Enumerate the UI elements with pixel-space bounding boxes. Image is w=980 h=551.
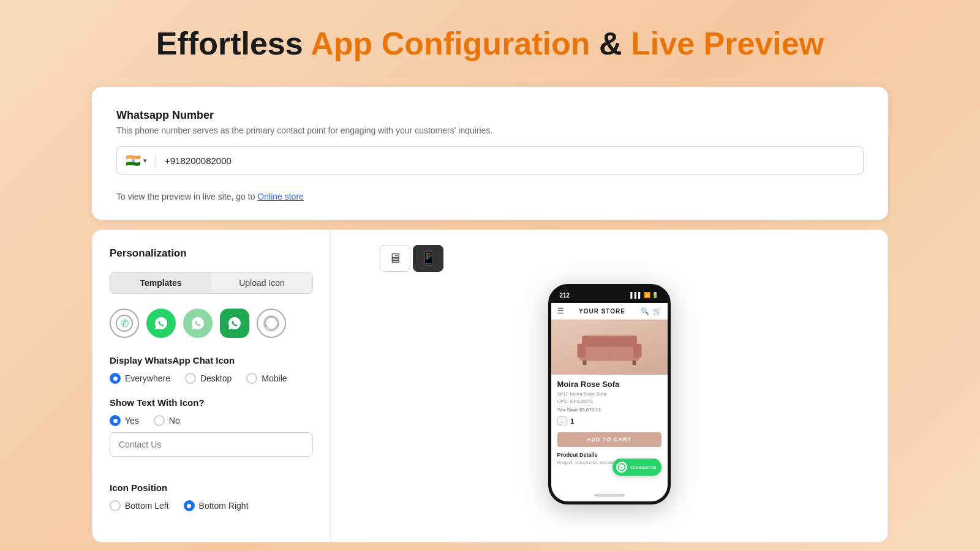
wa-icon-variant-2[interactable] (146, 309, 176, 338)
sofa-svg (573, 326, 646, 369)
cart-icon: 🛒 (653, 307, 662, 315)
chevron-down-icon: ▾ (143, 157, 147, 165)
wa-icon-variant-5[interactable] (257, 309, 286, 338)
display-chat-icon-group: Display WhatsApp Chat Icon Everywhere De… (110, 355, 313, 384)
whatsapp-card: Whatsapp Number This phone number serves… (92, 87, 888, 220)
wa-icon-variant-3[interactable] (183, 309, 213, 338)
personalization-heading: Personalization (110, 247, 313, 260)
phone-status-bar: 212 ▌▌▌ 📶 🔋 (551, 287, 668, 303)
product-sku: SKU: Moira Rose Sofa (557, 391, 662, 398)
phone-screen: ☰ YOUR STORE 🔍 🛒 (551, 303, 668, 489)
notch-icons: ▌▌▌ 📶 🔋 (630, 292, 658, 298)
svg-rect-11 (632, 361, 636, 365)
qty-minus-btn[interactable]: - (557, 416, 567, 426)
preview-panel: 🖥 📱 212 ▌▌▌ 📶 🔋 ☰ YOUR STORE 🔍 (331, 230, 888, 542)
phone-mockup: 212 ▌▌▌ 📶 🔋 ☰ YOUR STORE 🔍 🛒 (548, 284, 671, 504)
phone-input-container: 🇮🇳 ▾ +918200082000 (116, 146, 864, 174)
icon-variants-row: ✆ (110, 309, 313, 338)
wa-icon-variant-1[interactable]: ✆ (110, 309, 139, 338)
store-header: ☰ YOUR STORE 🔍 🛒 (551, 303, 668, 320)
svg-rect-8 (577, 344, 586, 358)
desktop-device-btn[interactable]: 🖥 (380, 245, 410, 272)
whatsapp-section-title: Whatsapp Number (116, 109, 864, 122)
menu-icon: ☰ (557, 307, 564, 315)
radio-everywhere-label: Everywhere (125, 373, 170, 383)
radio-bottom-right-label: Bottom Right (199, 501, 249, 511)
icon-position-group: Icon Position Bottom Left Bottom Right (110, 482, 313, 511)
radio-mobile[interactable]: Mobile (246, 373, 287, 384)
radio-bottom-right-circle (184, 500, 195, 511)
radio-desktop-circle (185, 373, 196, 384)
icon-position-radio-row: Bottom Left Bottom Right (110, 500, 313, 511)
personalization-panel: Personalization Templates Upload Icon ✆ (92, 230, 331, 542)
wa-icon-variant-4[interactable] (220, 309, 249, 338)
online-store-link[interactable]: Online store (257, 192, 303, 201)
product-image-area (551, 320, 668, 375)
template-tabs: Templates Upload Icon (110, 272, 313, 294)
contact-text-input[interactable] (110, 432, 313, 457)
display-radio-row: Everywhere Desktop Mobile (110, 373, 313, 384)
wa-float-button[interactable]: Contact Us (612, 459, 661, 476)
country-selector[interactable]: 🇮🇳 ▾ (126, 153, 147, 168)
tab-templates[interactable]: Templates (110, 272, 211, 293)
show-text-title: Show Text With Icon? (110, 397, 313, 408)
radio-desktop-label: Desktop (200, 373, 232, 383)
wa-float-text: Contact Us (630, 465, 656, 470)
phone-bottom-bar (551, 489, 668, 501)
device-switcher: 🖥 📱 (380, 245, 443, 272)
notch-time: 212 (560, 292, 570, 299)
svg-rect-10 (582, 361, 586, 365)
product-upc: UPC: EFS26071 (557, 398, 662, 405)
title-word-live-preview: Live Preview (631, 26, 824, 61)
product-info: Moira Rose Sofa SKU: Moira Rose Sofa UPC… (551, 375, 668, 432)
radio-bottom-right[interactable]: Bottom Right (184, 500, 249, 511)
desktop-icon: 🖥 (388, 250, 402, 266)
title-word-app-config: App Configuration (311, 26, 590, 61)
tab-upload-icon[interactable]: Upload Icon (211, 272, 312, 293)
radio-bottom-left[interactable]: Bottom Left (110, 500, 169, 511)
radio-yes-label: Yes (125, 416, 139, 425)
title-word-and: & (599, 26, 622, 61)
store-header-actions: 🔍 🛒 (641, 307, 662, 315)
svg-point-5 (264, 316, 279, 331)
radio-no-label: No (169, 416, 180, 425)
svg-rect-7 (582, 336, 637, 347)
radio-mobile-label: Mobile (262, 373, 287, 383)
page-title: Effortless App Configuration & Live Prev… (156, 24, 824, 62)
show-text-radio-row: Yes No (110, 415, 313, 426)
radio-everywhere[interactable]: Everywhere (110, 373, 170, 384)
icon-position-title: Icon Position (110, 482, 313, 493)
home-indicator (594, 494, 625, 497)
search-icon: 🔍 (641, 307, 649, 315)
radio-no-circle (154, 415, 165, 426)
title-word-effortless: Effortless (156, 26, 303, 61)
radio-bottom-left-label: Bottom Left (125, 501, 169, 511)
radio-yes-circle (110, 415, 121, 426)
radio-yes[interactable]: Yes (110, 415, 139, 426)
phone-divider (156, 154, 156, 167)
qty-row: - 1 (557, 416, 662, 426)
preview-link-row: To view the preview in live site, go to … (116, 187, 864, 201)
display-chat-title: Display WhatsApp Chat Icon (110, 355, 313, 365)
qty-value: 1 (571, 418, 575, 425)
preview-text: To view the preview in live site, go to (116, 192, 255, 201)
svg-text:✆: ✆ (121, 318, 129, 329)
radio-everywhere-circle (110, 373, 121, 384)
mobile-device-btn[interactable]: 📱 (413, 245, 443, 272)
radio-no[interactable]: No (154, 415, 180, 426)
product-details-title: Prodcut Details (557, 452, 662, 458)
mobile-icon: 📱 (420, 250, 437, 266)
lower-section: Personalization Templates Upload Icon ✆ (92, 230, 888, 542)
add-to-cart-button[interactable]: ADD TO CART (557, 432, 662, 447)
radio-mobile-circle (246, 373, 257, 384)
product-name: Moira Rose Sofa (557, 380, 662, 389)
radio-desktop[interactable]: Desktop (185, 373, 232, 384)
product-price: You Save $5,670.11 (557, 407, 662, 413)
phone-number-value[interactable]: +918200082000 (165, 156, 854, 166)
wa-float-icon (616, 462, 627, 473)
flag-emoji: 🇮🇳 (126, 153, 141, 168)
show-text-group: Show Text With Icon? Yes No (110, 397, 313, 469)
radio-bottom-left-circle (110, 500, 121, 511)
store-name: YOUR STORE (579, 308, 625, 315)
whatsapp-section-desc: This phone number serves as the primary … (116, 126, 864, 135)
